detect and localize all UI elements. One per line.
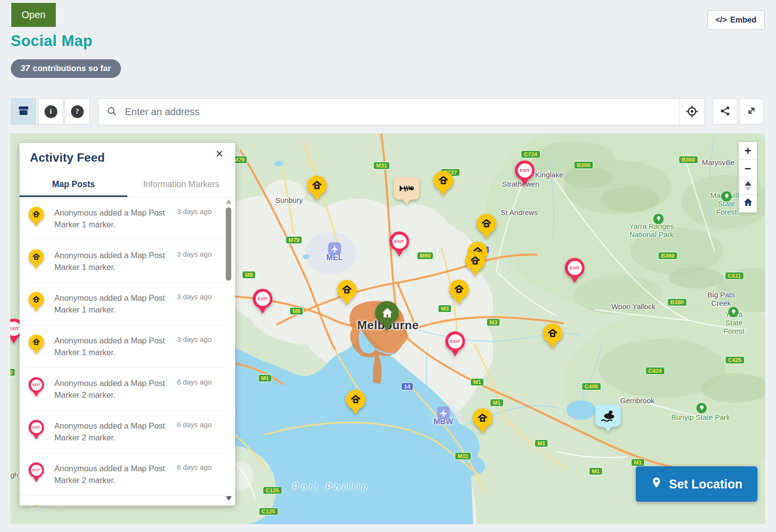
activity-feed-tabs: Map Posts Information Markers (20, 173, 235, 197)
feed-item-time: 3 days ago (177, 207, 212, 230)
road-badge: B360 (658, 252, 678, 260)
road-badge: C125 (259, 508, 278, 515)
fish-map-marker[interactable] (394, 177, 419, 204)
share-icon (720, 105, 731, 118)
social-map-page: Open </> Embed Social Map 37 contributio… (0, 0, 776, 532)
scroll-down-arrow[interactable] (226, 496, 232, 501)
map-label: Port Phillip (292, 482, 370, 492)
contributions-text: contributions so far (33, 64, 111, 73)
road-badge: C125 (263, 486, 282, 494)
scroll-thumb[interactable] (226, 207, 231, 281)
pink-exit-marker-icon: EXIT (29, 377, 47, 400)
share-button[interactable] (713, 98, 737, 124)
road-badge: M1 (258, 374, 272, 382)
pink-exit-map-marker[interactable]: EXIT (565, 258, 584, 283)
plus-icon: + (744, 144, 751, 158)
yellow-house-map-marker[interactable] (477, 214, 496, 239)
pitch-toggle-button[interactable] (739, 177, 757, 195)
feed-item[interactable]: Anonymous added a Map Post 6 days ago (20, 496, 235, 506)
home-icon (743, 197, 753, 211)
road-badge: M80 (417, 252, 434, 260)
yellow-house-map-marker[interactable] (337, 280, 357, 305)
yellow-house-marker-icon (29, 505, 47, 506)
tab-information-markers[interactable]: Information Markers (127, 173, 235, 197)
yellow-house-map-marker[interactable] (307, 176, 327, 201)
set-location-button[interactable]: Set Location (636, 466, 757, 502)
feed-item[interactable]: EXIT Anonymous added a Map PostMarker 2 … (20, 411, 235, 453)
address-search-input[interactable] (124, 106, 679, 118)
road-badge: C425 (725, 356, 745, 364)
map-label: Woori Yallock (611, 302, 655, 311)
green-home-map-marker[interactable] (375, 301, 399, 331)
pink-exit-map-marker[interactable]: EXIT (389, 232, 409, 257)
feed-item[interactable]: Anonymous added a Map PostMarker 1 marke… (20, 283, 235, 325)
info-tool-button[interactable]: i (38, 98, 63, 124)
archive-tool-button[interactable] (11, 98, 36, 124)
locate-icon (685, 105, 699, 120)
contributions-badge: 37 contributions so far (11, 59, 121, 78)
pink-exit-map-marker[interactable]: EXIT (515, 161, 534, 186)
reset-home-button[interactable] (739, 195, 757, 213)
road-badge: M1 (470, 378, 484, 386)
feed-item[interactable]: EXIT Anonymous added a Map PostMarker 2 … (20, 368, 235, 411)
page-title: Social Map (11, 32, 93, 50)
pink-exit-map-marker[interactable]: EXIT (253, 289, 272, 314)
zoom-in-button[interactable]: + (739, 142, 757, 160)
map-label: Kinglake (535, 170, 563, 179)
pink-exit-map-marker[interactable]: EXIT (445, 332, 465, 357)
map-label: Yarra Ranges National Park (629, 222, 674, 239)
feed-list: Anonymous added a Map PostMarker 1 marke… (20, 197, 235, 506)
embed-button[interactable]: </> Embed (707, 10, 765, 30)
yellow-house-map-marker[interactable] (543, 324, 562, 349)
feed-item-time: 3 days ago (177, 249, 212, 273)
airport-icon (328, 242, 341, 255)
feed-item[interactable]: EXIT Anonymous added a Map PostMarker 2 … (20, 453, 235, 496)
tab-map-posts[interactable]: Map Posts (20, 173, 127, 197)
feed-item-text: Anonymous added a Map PostMarker 2 marke… (54, 462, 170, 486)
park-tree-icon (728, 307, 739, 317)
yellow-house-map-marker[interactable] (346, 390, 365, 415)
scroll-up-arrow[interactable] (226, 199, 232, 204)
road-badge: M3 (486, 318, 500, 326)
minus-icon: − (744, 162, 751, 175)
feed-item-time: 6 days ago (177, 377, 212, 401)
zoom-out-button[interactable]: − (739, 160, 757, 177)
duck-map-marker[interactable] (595, 404, 621, 432)
road-badge: M1 (534, 439, 548, 447)
road-badge: M8 (290, 307, 303, 315)
road-badge: B360 (679, 156, 698, 164)
contributions-count: 37 (21, 64, 30, 73)
question-icon: ? (71, 105, 84, 118)
road-badge: M3 (438, 305, 452, 313)
locate-button[interactable] (679, 99, 704, 125)
road-badge: C424 (645, 367, 665, 375)
feed-item-text: Anonymous added a Map Post (54, 505, 170, 506)
yellow-house-marker-icon (29, 292, 47, 314)
map-label: Gembrook (620, 396, 655, 405)
search-icon (106, 106, 117, 119)
road-badge: M1 (631, 459, 645, 466)
yellow-house-map-marker[interactable] (449, 280, 469, 305)
yellow-house-map-marker[interactable] (465, 251, 485, 276)
open-button[interactable]: Open (11, 3, 56, 27)
feed-item[interactable]: Anonymous added a Map PostMarker 1 marke… (20, 325, 235, 368)
map-label: Bunyip State Park (671, 413, 730, 421)
embed-label: Embed (730, 16, 756, 24)
yellow-house-map-marker[interactable] (473, 409, 492, 434)
feed-scrollbar[interactable] (225, 197, 232, 503)
help-tool-button[interactable]: ? (65, 98, 90, 124)
close-icon[interactable]: × (213, 147, 226, 161)
fullscreen-button[interactable] (739, 98, 764, 124)
feed-item[interactable]: Anonymous added a Map PostMarker 1 marke… (20, 197, 235, 240)
yellow-house-map-marker[interactable] (434, 171, 453, 196)
feed-item[interactable]: Anonymous added a Map PostMarker 1 marke… (20, 240, 235, 283)
feed-item-text: Anonymous added a Map PostMarker 2 marke… (54, 377, 170, 401)
feed-item-text: Anonymous added a Map PostMarker 1 marke… (54, 292, 170, 315)
map-label: Sunbury (275, 196, 303, 204)
road-badge: M79 (286, 236, 302, 244)
location-pin-icon (651, 477, 662, 491)
road-badge: M31 (373, 162, 390, 169)
info-icon: i (45, 105, 57, 118)
road-badge: M11 (455, 452, 471, 460)
yellow-house-marker-icon (29, 335, 47, 357)
